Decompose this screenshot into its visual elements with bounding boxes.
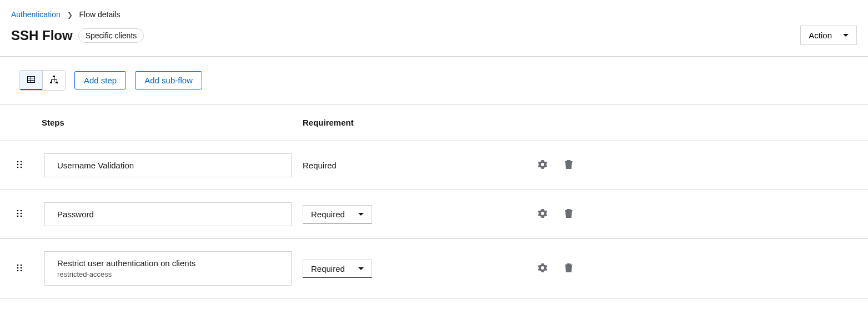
step-name: Username Validation bbox=[57, 161, 279, 170]
drag-handle-icon[interactable] bbox=[17, 160, 22, 171]
diagram-icon bbox=[49, 75, 58, 86]
breadcrumb: Authentication ❯ Flow details bbox=[0, 0, 868, 22]
requirement-value: Required bbox=[311, 264, 345, 273]
step-box: Restrict user authentication on clientsr… bbox=[44, 251, 292, 286]
page-title: SSH Flow bbox=[11, 28, 73, 43]
settings-button[interactable] bbox=[536, 158, 549, 173]
settings-button[interactable] bbox=[536, 207, 549, 222]
chevron-right-icon: ❯ bbox=[67, 11, 73, 19]
view-toggle-diagram[interactable] bbox=[42, 71, 65, 90]
svg-point-11 bbox=[21, 216, 22, 217]
column-header-steps: Steps bbox=[0, 104, 297, 141]
row-actions bbox=[536, 261, 862, 276]
svg-point-10 bbox=[17, 216, 19, 217]
svg-point-16 bbox=[17, 270, 19, 271]
requirement-value: Required bbox=[303, 161, 337, 170]
table-row: Username ValidationRequired bbox=[0, 141, 868, 190]
svg-point-14 bbox=[17, 267, 19, 268]
svg-point-3 bbox=[21, 164, 22, 166]
requirement-value: Required bbox=[311, 210, 345, 219]
table-row: Restrict user authentication on clientsr… bbox=[0, 239, 868, 298]
add-subflow-button[interactable]: Add sub-flow bbox=[135, 71, 202, 89]
step-name: Restrict user authentication on clients bbox=[57, 258, 279, 268]
breadcrumb-current: Flow details bbox=[79, 10, 121, 19]
action-dropdown[interactable]: Action bbox=[800, 26, 857, 45]
step-box: Username Validation bbox=[44, 153, 292, 177]
delete-button[interactable] bbox=[563, 158, 575, 173]
svg-point-4 bbox=[17, 167, 19, 168]
svg-point-2 bbox=[17, 164, 19, 166]
row-actions bbox=[536, 207, 862, 222]
caret-down-icon bbox=[358, 267, 364, 270]
delete-button[interactable] bbox=[563, 207, 575, 222]
flow-type-chip: Specific clients bbox=[78, 28, 144, 43]
action-dropdown-label: Action bbox=[809, 31, 832, 40]
svg-point-0 bbox=[17, 161, 19, 163]
requirement-select[interactable]: Required bbox=[303, 205, 372, 223]
drag-handle-icon[interactable] bbox=[17, 263, 22, 274]
delete-button[interactable] bbox=[563, 261, 575, 276]
steps-table: Steps Requirement Username ValidationReq… bbox=[0, 104, 868, 298]
svg-point-9 bbox=[21, 213, 22, 215]
gear-icon bbox=[538, 209, 547, 220]
view-toggle-group bbox=[19, 70, 66, 91]
svg-point-13 bbox=[21, 264, 22, 266]
column-header-requirement: Requirement bbox=[297, 104, 530, 141]
toolbar: Add step Add sub-flow bbox=[0, 57, 868, 104]
page-header-left: SSH Flow Specific clients bbox=[11, 28, 144, 43]
step-alias: restricted-access bbox=[57, 270, 279, 278]
breadcrumb-link-authentication[interactable]: Authentication bbox=[11, 10, 61, 19]
step-name: Password bbox=[57, 210, 279, 219]
page-header: SSH Flow Specific clients Action bbox=[0, 22, 868, 57]
caret-down-icon bbox=[843, 34, 849, 37]
svg-point-15 bbox=[21, 267, 22, 268]
drag-handle-icon[interactable] bbox=[17, 209, 22, 220]
table-icon bbox=[27, 75, 36, 86]
svg-point-7 bbox=[21, 210, 22, 212]
step-box: Password bbox=[44, 202, 292, 226]
svg-point-12 bbox=[17, 264, 19, 266]
svg-point-8 bbox=[17, 213, 19, 215]
trash-icon bbox=[565, 209, 573, 220]
trash-icon bbox=[565, 160, 573, 171]
table-row: PasswordRequired bbox=[0, 190, 868, 239]
row-actions bbox=[536, 158, 862, 173]
gear-icon bbox=[538, 263, 547, 274]
svg-point-5 bbox=[21, 167, 22, 168]
trash-icon bbox=[565, 263, 573, 274]
requirement-select[interactable]: Required bbox=[303, 260, 372, 278]
settings-button[interactable] bbox=[536, 261, 549, 276]
caret-down-icon bbox=[358, 213, 364, 216]
svg-point-1 bbox=[21, 161, 22, 163]
gear-icon bbox=[538, 160, 547, 171]
svg-point-6 bbox=[17, 210, 19, 212]
svg-point-17 bbox=[21, 270, 22, 271]
view-toggle-table[interactable] bbox=[20, 71, 42, 90]
add-step-button[interactable]: Add step bbox=[74, 71, 126, 89]
